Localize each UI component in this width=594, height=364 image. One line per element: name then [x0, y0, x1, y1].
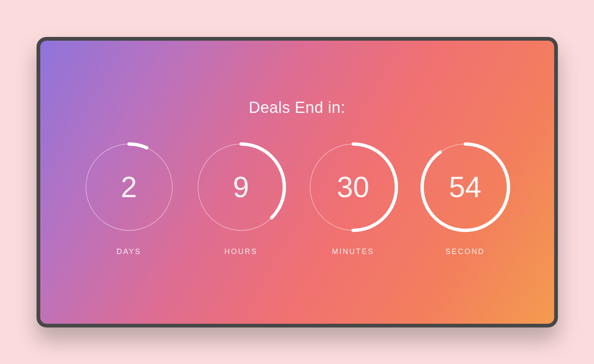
hours-value: 9 — [196, 142, 287, 233]
seconds-label: SECOND — [445, 247, 485, 256]
minutes-ring: 30 — [308, 142, 399, 233]
seconds-unit: 54 SECOND — [420, 142, 511, 256]
minutes-value: 30 — [308, 142, 399, 233]
countdown-row: 2 DAYS 9 HOURS 30 MINUTES — [83, 142, 511, 256]
days-label: DAYS — [117, 247, 142, 256]
seconds-ring: 54 — [420, 142, 511, 233]
hours-ring: 9 — [196, 142, 287, 233]
seconds-value: 54 — [420, 142, 511, 233]
hours-label: HOURS — [224, 247, 257, 256]
days-unit: 2 DAYS — [83, 142, 175, 256]
minutes-unit: 30 MINUTES — [308, 142, 399, 256]
countdown-card: Deals End in: 2 DAYS 9 HOURS — [37, 37, 558, 327]
minutes-label: MINUTES — [332, 247, 374, 256]
page-title: Deals End in: — [249, 99, 345, 117]
hours-unit: 9 HOURS — [196, 142, 287, 256]
days-ring: 2 — [83, 142, 175, 233]
days-value: 2 — [83, 142, 175, 233]
